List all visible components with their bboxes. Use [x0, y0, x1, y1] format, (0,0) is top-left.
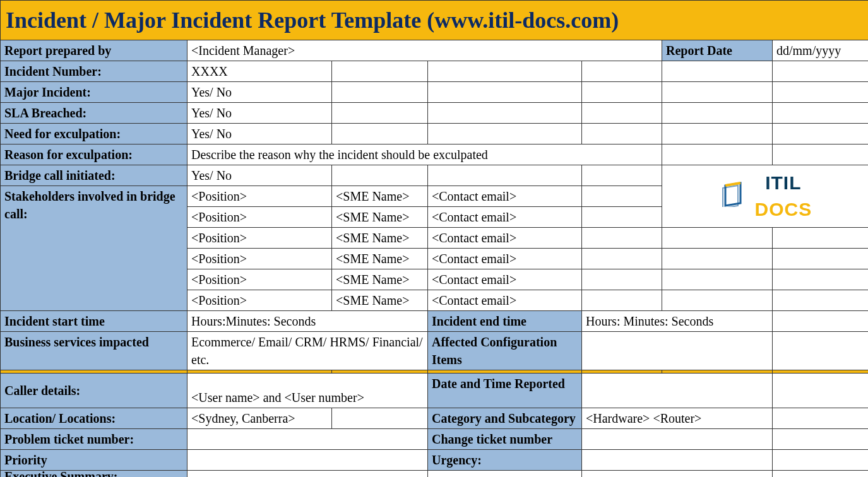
- row-business-services: Business services impacted Ecommerce/ Em…: [1, 332, 869, 370]
- value-incident-number[interactable]: XXXX: [187, 61, 332, 82]
- stakeholder-position-2[interactable]: <Position>: [187, 228, 332, 249]
- value-category[interactable]: <Hardware> <Router>: [582, 408, 773, 429]
- label-incident-start: Incident start time: [1, 311, 187, 332]
- label-report-date: Report Date: [662, 40, 773, 61]
- label-need-exculpation: Need for exculpation:: [1, 124, 187, 144]
- value-report-prepared[interactable]: <Incident Manager>: [187, 40, 662, 61]
- label-report-prepared: Report prepared by: [1, 40, 187, 61]
- label-urgency: Urgency:: [428, 450, 582, 471]
- stakeholder-email-2[interactable]: <Contact email>: [428, 228, 582, 249]
- label-major-incident: Major Incident:: [1, 82, 187, 103]
- logo-icon: [719, 182, 747, 211]
- label-category: Category and Subcategory: [428, 408, 582, 429]
- row-problem-ticket: Problem ticket number: Change ticket num…: [1, 429, 869, 450]
- row-caller-details: Caller details: <User name> and <User nu…: [1, 374, 869, 408]
- label-affected-ci: Affected Configuration Items: [428, 332, 582, 370]
- value-bridge-call[interactable]: Yes/ No: [187, 165, 332, 186]
- value-incident-end[interactable]: Hours: Minutes: Seconds: [582, 311, 773, 332]
- label-incident-end: Incident end time: [428, 311, 582, 332]
- stakeholder-sme-1[interactable]: <SME Name>: [332, 207, 428, 228]
- label-date-time-reported: Date and Time Reported: [428, 374, 582, 408]
- row-need-exculpation: Need for exculpation: Yes/ No: [1, 124, 869, 144]
- label-sla-breached: SLA Breached:: [1, 103, 187, 124]
- stakeholder-email-5[interactable]: <Contact email>: [428, 290, 582, 311]
- value-sla-breached[interactable]: Yes/ No: [187, 103, 332, 124]
- spreadsheet-template: Incident / Major Incident Report Templat…: [0, 0, 868, 477]
- value-report-date[interactable]: dd/mm/yyyy: [773, 40, 869, 61]
- stakeholder-sme-4[interactable]: <SME Name>: [332, 269, 428, 290]
- stakeholder-position-0[interactable]: <Position>: [187, 186, 332, 207]
- stakeholder-email-0[interactable]: <Contact email>: [428, 186, 582, 207]
- stakeholder-position-5[interactable]: <Position>: [187, 290, 332, 311]
- label-incident-number: Incident Number:: [1, 61, 187, 82]
- value-reason-exculpation[interactable]: Describe the reason why the incident sho…: [187, 144, 662, 165]
- stakeholder-sme-2[interactable]: <SME Name>: [332, 228, 428, 249]
- row-bridge-call: Bridge call initiated: Yes/ No ITIL DOCS: [1, 165, 869, 186]
- label-executive-summary: Executive Summary:: [1, 471, 187, 477]
- logo-cell: ITIL DOCS: [662, 165, 869, 228]
- stakeholder-email-4[interactable]: <Contact email>: [428, 269, 582, 290]
- stakeholder-sme-5[interactable]: <SME Name>: [332, 290, 428, 311]
- incident-report-table: Incident / Major Incident Report Templat…: [0, 0, 868, 477]
- itil-docs-logo: ITIL DOCS: [719, 170, 812, 223]
- row-priority: Priority Urgency:: [1, 450, 869, 471]
- stakeholder-sme-0[interactable]: <SME Name>: [332, 186, 428, 207]
- row-reason-exculpation: Reason for exculpation: Describe the rea…: [1, 144, 869, 165]
- label-priority: Priority: [1, 450, 187, 471]
- value-incident-start[interactable]: Hours:Minutes: Seconds: [187, 311, 428, 332]
- label-business-services: Business services impacted: [1, 332, 187, 370]
- row-report-prepared: Report prepared by <Incident Manager> Re…: [1, 40, 869, 61]
- stakeholder-email-1[interactable]: <Contact email>: [428, 207, 582, 228]
- label-problem-ticket: Problem ticket number:: [1, 429, 187, 450]
- value-location[interactable]: <Sydney, Canberra>: [187, 408, 332, 429]
- label-change-ticket: Change ticket number: [428, 429, 582, 450]
- row-major-incident: Major Incident: Yes/ No: [1, 82, 869, 103]
- title-cell: Incident / Major Incident Report Templat…: [1, 1, 869, 40]
- label-reason-exculpation: Reason for exculpation:: [1, 144, 187, 165]
- row-incident-number: Incident Number: XXXX: [1, 61, 869, 82]
- stakeholder-position-3[interactable]: <Position>: [187, 249, 332, 269]
- stakeholder-position-1[interactable]: <Position>: [187, 207, 332, 228]
- label-location: Location/ Locations:: [1, 408, 187, 429]
- label-bridge-call: Bridge call initiated:: [1, 165, 187, 186]
- title-row: Incident / Major Incident Report Templat…: [1, 1, 869, 40]
- row-executive-summary: Executive Summary:: [1, 471, 869, 477]
- row-incident-time: Incident start time Hours:Minutes: Secon…: [1, 311, 869, 332]
- value-need-exculpation[interactable]: Yes/ No: [187, 124, 332, 144]
- label-stakeholders: Stakeholders involved in bridge call:: [1, 186, 187, 311]
- stakeholder-sme-3[interactable]: <SME Name>: [332, 249, 428, 269]
- row-sla-breached: SLA Breached: Yes/ No: [1, 103, 869, 124]
- value-major-incident[interactable]: Yes/ No: [187, 82, 332, 103]
- stakeholder-email-3[interactable]: <Contact email>: [428, 249, 582, 269]
- value-business-services[interactable]: Ecommerce/ Email/ CRM/ HRMS/ Financial/ …: [187, 332, 428, 370]
- row-location: Location/ Locations: <Sydney, Canberra> …: [1, 408, 869, 429]
- stakeholder-position-4[interactable]: <Position>: [187, 269, 332, 290]
- value-caller-details[interactable]: <User name> and <User number>: [187, 374, 428, 408]
- label-caller-details: Caller details:: [1, 374, 187, 408]
